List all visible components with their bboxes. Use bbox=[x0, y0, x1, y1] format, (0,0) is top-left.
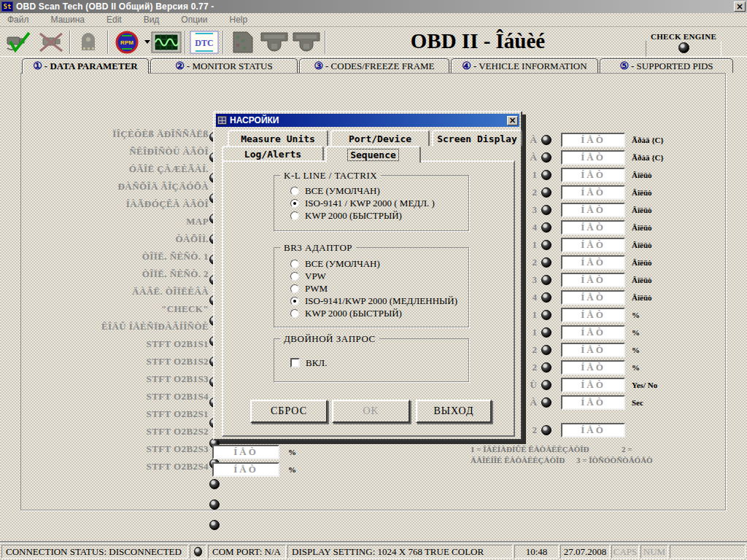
dialog-button[interactable]: СБРОС bbox=[250, 400, 328, 423]
unit-label: Âîëüò bbox=[632, 171, 652, 179]
parameter-led bbox=[209, 499, 220, 510]
kl-line-group: K-L LINE / TACTRIX ВСЕ (УМОЛЧАН) ISO-914… bbox=[274, 175, 469, 231]
unit-label: % bbox=[632, 363, 640, 372]
radio-option[interactable]: ВСЕ (УМОЛЧАН) bbox=[274, 184, 468, 197]
unit-label: Âîëüò bbox=[632, 206, 652, 214]
checkbox-label: ВКЛ. bbox=[306, 357, 327, 369]
connector-a-button[interactable] bbox=[258, 29, 290, 55]
parameter-label: ÏÎÇÈÖÈß ÄÐÎÑÑÅËß bbox=[29, 128, 209, 146]
dialog-button[interactable]: OK bbox=[332, 400, 410, 423]
oscilloscope-button[interactable] bbox=[150, 29, 182, 55]
menu-item[interactable]: Edit bbox=[105, 14, 123, 26]
memory-card-button[interactable] bbox=[226, 29, 258, 55]
parameter-label: STFT O2B2S3 bbox=[29, 443, 209, 461]
value-field: ÍÅÒ bbox=[561, 273, 625, 287]
unit-label: Âîëüò bbox=[632, 258, 652, 267]
value-led bbox=[541, 257, 551, 268]
radio-button[interactable] bbox=[290, 309, 299, 318]
memory-card-icon bbox=[230, 31, 255, 54]
film-icon bbox=[76, 31, 102, 53]
disconnect-icon bbox=[37, 31, 65, 54]
radio-button[interactable] bbox=[290, 297, 299, 306]
rpm-gauge-button[interactable]: RPM bbox=[111, 29, 143, 55]
window-close-button[interactable]: × bbox=[734, 1, 746, 12]
value-field: ÍÅÒ bbox=[561, 360, 625, 375]
radio-label: ISO-9141 / KWP 2000 ( МЕДЛ. ) bbox=[305, 198, 435, 209]
main-tab[interactable]: ①- DATA PARAMETER bbox=[22, 58, 149, 74]
main-tab[interactable]: ⑤- SUPPORTED PIDS bbox=[600, 58, 733, 73]
parameter-value-row: ÍÅÒ % bbox=[212, 443, 296, 461]
value-field: ÍÅÒ bbox=[561, 185, 625, 200]
value-field: ÍÅÒ bbox=[561, 238, 625, 252]
dialog-tab[interactable]: Screen Display bbox=[432, 130, 522, 146]
disconnect-button[interactable] bbox=[35, 29, 67, 55]
value-row: 1 ÍÅÒ % bbox=[511, 324, 729, 341]
parameter-led bbox=[209, 479, 220, 489]
menu-item[interactable]: Опции bbox=[179, 14, 209, 26]
parameter-label: ÒÀÕÎÌ. bbox=[29, 233, 209, 251]
parameter-label: ÒÎÏË. ÑÈÑÒ. 1 bbox=[29, 251, 209, 268]
checkbox[interactable] bbox=[290, 358, 300, 368]
tab-number-icon: ④ bbox=[462, 61, 471, 71]
menu-item[interactable]: Вид bbox=[142, 14, 161, 26]
dialog-close-button[interactable]: × bbox=[507, 116, 518, 125]
rpm-dropdown-arrow[interactable] bbox=[144, 40, 150, 44]
checkbox-option[interactable]: ВКЛ. bbox=[274, 357, 468, 369]
toolbar: RPM DTC bbox=[0, 28, 747, 57]
radio-option[interactable]: VPW bbox=[274, 270, 468, 282]
unit-label: Âîëüò bbox=[632, 276, 652, 284]
tab-label: - DATA PARAMETER bbox=[44, 61, 138, 72]
main-tab[interactable]: ③- CODES/FREEZE FRAME bbox=[299, 58, 449, 73]
value-row: 1 ÍÅÒ % bbox=[511, 306, 729, 324]
value-field: ÍÅÒ bbox=[561, 290, 625, 305]
value-field: ÍÅÒ bbox=[561, 133, 625, 147]
radio-button[interactable] bbox=[290, 260, 299, 268]
com-port-status: COM PORT: N/A bbox=[208, 545, 286, 559]
value-field: ÍÅÒ bbox=[561, 255, 625, 270]
record-log-button[interactable] bbox=[73, 29, 105, 55]
dialog-button[interactable]: ВЫХОД bbox=[416, 400, 492, 423]
unit-label: % bbox=[288, 448, 296, 456]
menu-item[interactable]: Файл bbox=[6, 14, 31, 26]
value-led bbox=[541, 187, 551, 198]
dialog-tab[interactable]: Log/Alerts bbox=[222, 146, 324, 161]
radio-button[interactable] bbox=[290, 211, 299, 220]
connector-b-button[interactable] bbox=[290, 29, 322, 55]
value-row: 3 ÍÅÒ Âîëüò bbox=[511, 271, 729, 289]
radio-option[interactable]: KWP 2000 (БЫСТРЫЙ) bbox=[274, 307, 468, 319]
parameter-label: STFT O2B2S4 bbox=[29, 461, 209, 478]
dtc-button[interactable]: DTC bbox=[188, 29, 220, 55]
menu-item[interactable]: Машина bbox=[50, 14, 86, 26]
main-tab[interactable]: ②- MONITOR STATUS bbox=[150, 58, 298, 73]
radio-option[interactable]: ISO-9141/KWP 2000 (МЕДЛЕННЫЙ) bbox=[274, 295, 468, 307]
radio-option[interactable]: ISO-9141 / KWP 2000 ( МЕДЛ. ) bbox=[274, 197, 468, 209]
dialog-tab[interactable]: Port/Device bbox=[330, 130, 430, 146]
value-field: ÍÅÒ bbox=[561, 168, 625, 182]
radio-option[interactable]: ВСЕ (УМОЛЧАН) bbox=[274, 257, 468, 270]
value-led bbox=[541, 240, 551, 250]
connect-button[interactable] bbox=[3, 29, 35, 55]
parameter-label: STFT O2B1S1 bbox=[29, 338, 209, 356]
dialog-tab[interactable]: Measure Units bbox=[228, 130, 328, 146]
radio-button[interactable] bbox=[290, 272, 299, 281]
unit-label: % bbox=[288, 465, 296, 474]
radio-option[interactable]: KWP 2000 (БЫСТРЫЙ) bbox=[274, 209, 468, 222]
radio-option[interactable]: PWM bbox=[274, 282, 468, 295]
group-title: K-L LINE / TACTRIX bbox=[280, 170, 381, 182]
radio-label: VPW bbox=[305, 271, 326, 282]
rpm-icon: RPM bbox=[115, 31, 139, 54]
group-title: ДВОЙНОЙ ЗАПРОС bbox=[280, 333, 379, 345]
toolbar-separator bbox=[222, 31, 224, 54]
dialog-tab[interactable]: Sequence bbox=[325, 146, 421, 163]
menu-item[interactable]: Help bbox=[228, 14, 249, 26]
radio-button[interactable] bbox=[290, 187, 299, 195]
legend-line-1: 1 = ÎÄÈÍÀÐÍÛÉ ÊÀÒÀËÈÇÀÒÎÐ bbox=[471, 445, 589, 454]
value-row: À ÍÅÒ Ãðàä {C} bbox=[511, 149, 729, 166]
obd-scan-tech-window: { "window": { "title": "OBD Scan Tech (O… bbox=[0, 0, 747, 560]
radio-label: KWP 2000 (БЫСТРЫЙ) bbox=[305, 210, 402, 222]
main-tab[interactable]: ④- VEHICLE INFORMATION bbox=[451, 58, 598, 73]
radio-button[interactable] bbox=[290, 199, 299, 208]
radio-button[interactable] bbox=[290, 284, 299, 293]
display-setting-status: DISPLAY SETTING: 1024 X 768 TRUE COLOR bbox=[287, 545, 513, 559]
value-row: 1 ÍÅÒ Âîëüò bbox=[511, 166, 729, 184]
